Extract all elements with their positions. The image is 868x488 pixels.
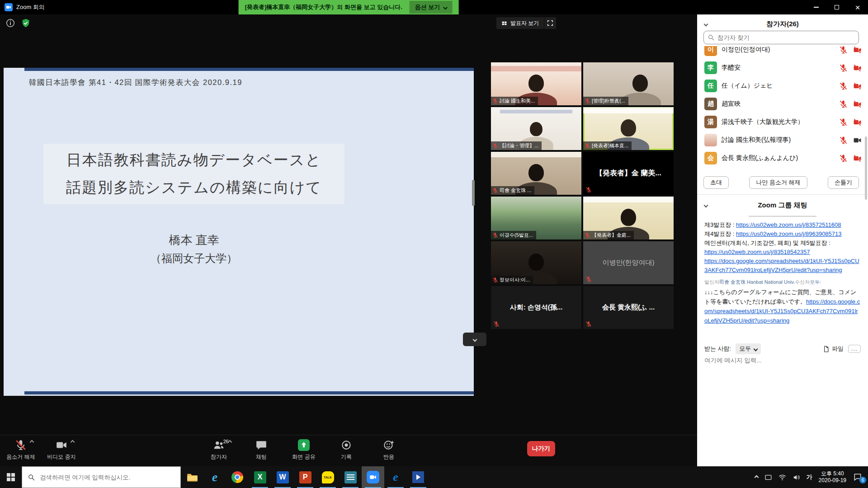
minimize-button[interactable] [806,0,826,14]
chevron-down-icon [754,347,758,351]
recipient-select[interactable]: 모두 [736,343,761,354]
chat-link[interactable]: https://us02web.zoom.us/j/83518542357 [704,249,810,255]
video-tile[interactable]: 司會 金玄珠 ... [491,152,581,195]
muted-mic-icon [839,118,848,127]
side-panel: 참가자(26) 이 이정민(인정여대) 李 李醴安 任 任（イム）ジェヒ 趙 趙… [697,14,868,466]
participant-row[interactable]: 李 李醴安 [697,59,868,77]
chat-link[interactable]: https://us02web.zoom.us/j/89639085713 [736,230,841,237]
chat-link[interactable]: https://docs.google.com/spreadsheets/d/1… [704,258,859,273]
action-center-icon[interactable]: 6 [853,473,863,482]
participant-row[interactable]: 湯 湯浅千映子（大阪観光大学） [697,113,868,131]
share-screen-label: 화면 공유 [292,453,315,461]
slide-title-band: 日本語教科書読み物データベースと 話題別多読システムの構築に向けて [43,144,344,204]
video-tile[interactable]: 討論 國生和美... [491,62,581,105]
ime-indicator[interactable]: 가 [807,473,812,481]
tile-name: [発表者]橋本直... [592,142,628,149]
chat-button[interactable]: 채팅 [247,439,276,461]
zoom-toolbar: 음소거 해제 비디오 중지 26 참가자 채팅 화면 공유 [0,435,697,466]
video-tile-name-only[interactable]: 【発表者】金 蘭美... [583,152,674,195]
unmute-button[interactable]: 음소거 해제 [6,439,35,461]
avatar: 이 [704,46,717,56]
taskbar-kakaotalk[interactable]: TALK [316,466,339,488]
participant-row[interactable]: 任 任（イム）ジェヒ [697,77,868,95]
collapse-participants-chevron[interactable] [704,22,708,26]
gallery-more-button[interactable] [463,333,486,346]
video-tile-name-only[interactable]: 사회: 손영석(孫... [491,286,581,329]
close-button[interactable]: × [847,0,868,14]
video-tile[interactable]: [管理]朴慧眞(... [583,62,674,105]
video-tile[interactable]: 정보이사:이... [491,241,581,284]
chat-more-button[interactable]: ... [848,345,861,353]
meeting-info-icon[interactable] [5,18,15,28]
participant-row[interactable]: 이 이정민(인정여대) [697,46,868,59]
taskbar-clock[interactable]: 오후 5:40 2020-09-19 [819,470,846,484]
chat-message-input[interactable] [704,357,861,364]
participants-button[interactable]: 26 참가자 [204,439,233,461]
unmute-me-button[interactable]: 나만 음소거 해제 [749,176,807,189]
participant-row[interactable]: 趙 趙宣映 [697,95,868,113]
muted-mic-icon [585,321,592,327]
network-icon[interactable] [778,474,786,481]
chat-link[interactable]: https://us02web.zoom.us/j/83572511608 [736,221,841,228]
video-tile-name-only[interactable]: 이병만(한양여대) [583,241,674,284]
taskbar-internet-explorer[interactable]: e [203,466,226,488]
hidden-icons-chevron[interactable] [754,475,759,479]
participant-search-input[interactable] [717,34,855,41]
minimize-icon [814,7,819,8]
chat-bubble-icon [255,439,267,451]
presenter-view-label: 발표자 보기 [510,19,539,27]
encryption-shield-icon[interactable] [21,18,31,28]
avatar: 湯 [704,116,717,128]
share-screen-button[interactable]: 화면 공유 [289,439,318,461]
video-tile[interactable]: 【討論・管理】... [491,107,581,150]
taskbar-word[interactable]: W [271,466,294,488]
collapse-chat-chevron[interactable] [704,203,708,207]
tile-name: 이경수(5발표... [500,232,533,239]
taskbar-search-input[interactable] [40,474,175,481]
video-tile-name-only[interactable]: 会長 黄永熙(ふ ... [583,286,674,329]
taskbar-zoom[interactable] [362,466,384,488]
maximize-button[interactable] [826,0,847,14]
tablet-tray-icon[interactable] [764,474,772,481]
view-options-button[interactable]: 옵션 보기 [410,1,453,14]
start-button[interactable] [0,466,22,488]
video-tile[interactable]: 【発表者】金庭... [583,197,674,239]
stop-video-button[interactable]: 비디오 중지 [47,439,76,461]
taskbar-powerpoint[interactable]: P [294,466,316,488]
video-tile-active-speaker[interactable]: [発表者]橋本直... [583,107,674,150]
participant-search-box[interactable] [703,31,859,44]
participant-row[interactable]: 討論 國生和美(弘報理事) [697,131,868,149]
taskbar-excel[interactable]: X [249,466,271,488]
stage-scrollbar-handle[interactable] [472,180,475,206]
tray-date: 2020-09-19 [819,477,846,483]
slide-title-line1: 日本語教科書読み物データベースと [66,150,322,170]
zoom-app-icon [5,3,13,11]
tile-name: 【発表者】金 蘭美... [583,152,674,195]
taskbar-search-box[interactable] [22,466,181,488]
invite-button[interactable]: 초대 [703,176,729,189]
video-tile[interactable]: 이경수(5발표... [491,197,581,239]
presenter-view-button[interactable]: 발표자 보기 [496,17,544,29]
video-options-chevron[interactable] [71,440,75,445]
chat-input-row[interactable] [704,357,861,364]
file-attach-button[interactable]: 파일 [823,345,844,353]
participants-panel-title: 참가자(26) [766,20,799,28]
taskbar-ebook-app[interactable] [339,466,362,488]
record-button[interactable]: 기록 [332,439,361,461]
taskbar-photos[interactable] [407,466,429,488]
chat-resize-handle[interactable] [749,216,816,216]
panel-scrollbar-handle[interactable] [865,136,867,200]
fullscreen-button[interactable] [544,17,556,29]
mic-options-chevron[interactable] [30,440,34,445]
volume-icon[interactable] [793,474,800,481]
raise-hand-button[interactable]: 손들기 [828,176,859,189]
reactions-button[interactable]: 반응 [374,439,403,461]
participant-row[interactable]: 会 会長 黄永熙(ふぁんよんひ) [697,149,868,167]
tile-name: 사회: 손영석(孫... [491,286,581,329]
taskbar-chrome[interactable] [226,466,249,488]
taskbar-edge[interactable]: e [384,466,407,488]
leave-meeting-button[interactable]: 나가기 [527,441,555,456]
window-title: Zoom 회의 [16,3,45,11]
taskbar-file-explorer[interactable] [181,466,203,488]
ebook-icon [344,471,357,483]
